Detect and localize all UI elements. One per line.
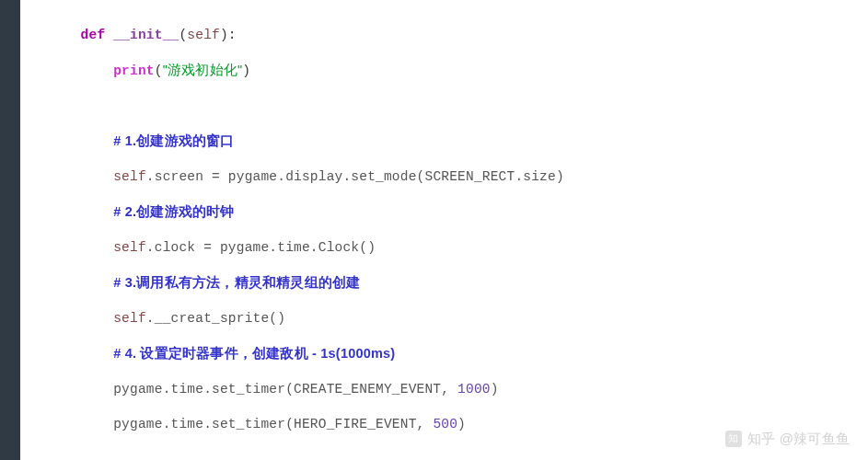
builtin-print: print (113, 63, 155, 78)
code-line: # 3.调用私有方法，精灵和精灵组的创建 (48, 274, 868, 293)
comment: # 3.调用私有方法，精灵和精灵组的创建 (113, 275, 360, 290)
method-init: __init__ (113, 28, 179, 42)
zhihu-logo-icon: 知 (725, 431, 742, 447)
code-line: def __init__(self): (48, 27, 868, 44)
comment: # 1.创建游戏的窗口 (113, 133, 234, 148)
string-literal: "游戏初始化" (163, 63, 243, 77)
left-gutter (0, 0, 20, 460)
blank-line (48, 98, 868, 115)
code-line: pygame.time.set_timer(CREATE_ENEMY_EVENT… (48, 381, 868, 398)
watermark-text: 知乎 @辣可鱼鱼 (747, 430, 850, 447)
code-line: print("游戏初始化") (48, 62, 868, 80)
keyword-def: def (81, 28, 106, 42)
comment: # 2.创建游戏的时钟 (113, 204, 234, 219)
param-self: self (187, 28, 220, 42)
code-line: self.screen = pygame.display.set_mode(SC… (48, 168, 868, 186)
blank-line (48, 451, 868, 460)
code-line: # 4. 设置定时器事件，创建敌机 - 1s(1000ms) (48, 345, 868, 363)
comment: # 4. 设置定时器事件，创建敌机 - 1s(1000ms) (113, 346, 395, 361)
code-block: def __init__(self): print("游戏初始化") # 1.创… (20, 0, 868, 460)
code-line: # 2.创建游戏的时钟 (48, 203, 868, 222)
code-line: # 1.创建游戏的窗口 (48, 132, 868, 151)
zhihu-watermark: 知 知乎 @辣可鱼鱼 (725, 430, 850, 447)
code-line: self.__creat_sprite() (48, 310, 868, 328)
code-screenshot: def __init__(self): print("游戏初始化") # 1.创… (0, 0, 868, 460)
code-line: self.clock = pygame.time.Clock() (48, 239, 868, 257)
